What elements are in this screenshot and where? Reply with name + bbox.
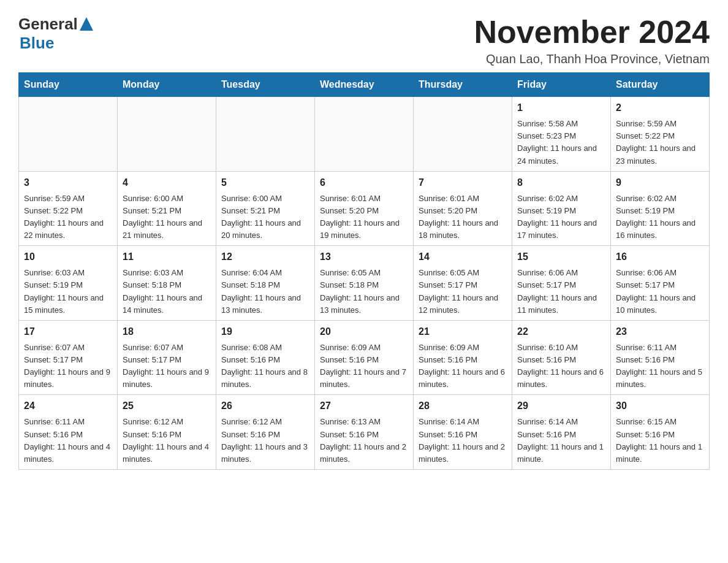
calendar-cell: 19Sunrise: 6:08 AMSunset: 5:16 PMDayligh… xyxy=(216,320,315,395)
logo-blue-text: Blue xyxy=(20,34,54,53)
logo: General Blue xyxy=(18,15,93,53)
weekday-header-wednesday: Wednesday xyxy=(315,73,414,97)
weekday-header-thursday: Thursday xyxy=(414,73,512,97)
day-number: 5 xyxy=(221,175,309,190)
day-number: 14 xyxy=(419,250,507,264)
day-info: Sunrise: 6:09 AMSunset: 5:16 PMDaylight:… xyxy=(320,343,406,389)
calendar-cell: 13Sunrise: 6:05 AMSunset: 5:18 PMDayligh… xyxy=(315,246,414,321)
weekday-header-sunday: Sunday xyxy=(19,73,118,97)
day-info: Sunrise: 5:59 AMSunset: 5:22 PMDaylight:… xyxy=(616,119,696,165)
day-number: 8 xyxy=(517,175,605,190)
calendar-cell: 7Sunrise: 6:01 AMSunset: 5:20 PMDaylight… xyxy=(414,171,512,246)
day-info: Sunrise: 6:07 AMSunset: 5:17 PMDaylight:… xyxy=(24,343,110,389)
calendar-header-row: SundayMondayTuesdayWednesdayThursdayFrid… xyxy=(19,73,710,97)
day-number: 22 xyxy=(517,324,605,339)
day-info: Sunrise: 6:06 AMSunset: 5:17 PMDaylight:… xyxy=(517,268,597,314)
day-number: 30 xyxy=(616,399,704,413)
day-number: 16 xyxy=(616,250,704,264)
calendar-cell: 24Sunrise: 6:11 AMSunset: 5:16 PMDayligh… xyxy=(19,395,118,470)
calendar-cell: 3Sunrise: 5:59 AMSunset: 5:22 PMDaylight… xyxy=(19,171,118,246)
calendar-cell: 20Sunrise: 6:09 AMSunset: 5:16 PMDayligh… xyxy=(315,320,414,395)
calendar-cell: 16Sunrise: 6:06 AMSunset: 5:17 PMDayligh… xyxy=(611,246,710,321)
day-info: Sunrise: 6:13 AMSunset: 5:16 PMDaylight:… xyxy=(320,417,406,463)
calendar-cell: 8Sunrise: 6:02 AMSunset: 5:19 PMDaylight… xyxy=(512,171,611,246)
calendar-week-2: 3Sunrise: 5:59 AMSunset: 5:22 PMDaylight… xyxy=(19,171,710,246)
day-number: 4 xyxy=(123,175,211,190)
day-info: Sunrise: 6:02 AMSunset: 5:19 PMDaylight:… xyxy=(616,194,696,240)
calendar-cell: 4Sunrise: 6:00 AMSunset: 5:21 PMDaylight… xyxy=(118,171,216,246)
day-info: Sunrise: 6:03 AMSunset: 5:18 PMDaylight:… xyxy=(123,268,202,314)
day-number: 9 xyxy=(616,175,704,190)
day-info: Sunrise: 5:59 AMSunset: 5:22 PMDaylight:… xyxy=(24,194,104,240)
day-number: 19 xyxy=(221,324,309,339)
calendar-week-4: 17Sunrise: 6:07 AMSunset: 5:17 PMDayligh… xyxy=(19,320,710,395)
day-info: Sunrise: 6:04 AMSunset: 5:18 PMDaylight:… xyxy=(221,268,301,314)
weekday-header-tuesday: Tuesday xyxy=(216,73,315,97)
calendar-cell: 12Sunrise: 6:04 AMSunset: 5:18 PMDayligh… xyxy=(216,246,315,321)
day-number: 23 xyxy=(616,324,704,339)
calendar-cell: 28Sunrise: 6:14 AMSunset: 5:16 PMDayligh… xyxy=(414,395,512,470)
location-subtitle: Quan Lao, Thanh Hoa Province, Vietnam xyxy=(474,52,710,66)
day-info: Sunrise: 6:08 AMSunset: 5:16 PMDaylight:… xyxy=(221,343,308,389)
day-number: 2 xyxy=(616,101,704,115)
weekday-header-monday: Monday xyxy=(118,73,216,97)
day-info: Sunrise: 6:02 AMSunset: 5:19 PMDaylight:… xyxy=(517,194,597,240)
day-info: Sunrise: 6:01 AMSunset: 5:20 PMDaylight:… xyxy=(320,194,400,240)
calendar-cell: 22Sunrise: 6:10 AMSunset: 5:16 PMDayligh… xyxy=(512,320,611,395)
day-number: 21 xyxy=(419,324,507,339)
day-info: Sunrise: 6:12 AMSunset: 5:16 PMDaylight:… xyxy=(123,417,209,463)
day-info: Sunrise: 6:14 AMSunset: 5:16 PMDaylight:… xyxy=(419,417,505,463)
day-info: Sunrise: 6:10 AMSunset: 5:16 PMDaylight:… xyxy=(517,343,604,389)
day-number: 24 xyxy=(24,399,112,413)
weekday-header-friday: Friday xyxy=(512,73,611,97)
day-info: Sunrise: 6:09 AMSunset: 5:16 PMDaylight:… xyxy=(419,343,505,389)
svg-marker-0 xyxy=(80,17,93,31)
day-info: Sunrise: 6:15 AMSunset: 5:16 PMDaylight:… xyxy=(616,417,702,463)
day-info: Sunrise: 6:00 AMSunset: 5:21 PMDaylight:… xyxy=(123,194,202,240)
day-number: 17 xyxy=(24,324,112,339)
title-block: November 2024 Quan Lao, Thanh Hoa Provin… xyxy=(474,15,710,66)
day-number: 11 xyxy=(123,250,211,264)
calendar-cell xyxy=(118,97,216,172)
day-number: 10 xyxy=(24,250,112,264)
day-number: 25 xyxy=(123,399,211,413)
calendar-cell: 14Sunrise: 6:05 AMSunset: 5:17 PMDayligh… xyxy=(414,246,512,321)
day-info: Sunrise: 6:11 AMSunset: 5:16 PMDaylight:… xyxy=(24,417,110,463)
calendar-cell: 10Sunrise: 6:03 AMSunset: 5:19 PMDayligh… xyxy=(19,246,118,321)
logo-general-text: General xyxy=(18,15,78,34)
calendar-cell: 26Sunrise: 6:12 AMSunset: 5:16 PMDayligh… xyxy=(216,395,315,470)
calendar-cell xyxy=(19,97,118,172)
day-info: Sunrise: 6:05 AMSunset: 5:18 PMDaylight:… xyxy=(320,268,400,314)
calendar-cell: 9Sunrise: 6:02 AMSunset: 5:19 PMDaylight… xyxy=(611,171,710,246)
calendar-cell: 29Sunrise: 6:14 AMSunset: 5:16 PMDayligh… xyxy=(512,395,611,470)
day-number: 18 xyxy=(123,324,211,339)
day-info: Sunrise: 6:11 AMSunset: 5:16 PMDaylight:… xyxy=(616,343,702,389)
day-info: Sunrise: 6:07 AMSunset: 5:17 PMDaylight:… xyxy=(123,343,209,389)
day-info: Sunrise: 6:12 AMSunset: 5:16 PMDaylight:… xyxy=(221,417,308,463)
logo-triangle-icon xyxy=(80,17,93,31)
day-info: Sunrise: 6:14 AMSunset: 5:16 PMDaylight:… xyxy=(517,417,604,463)
calendar-cell xyxy=(216,97,315,172)
calendar-cell: 6Sunrise: 6:01 AMSunset: 5:20 PMDaylight… xyxy=(315,171,414,246)
day-number: 1 xyxy=(517,101,605,115)
calendar-cell: 1Sunrise: 5:58 AMSunset: 5:23 PMDaylight… xyxy=(512,97,611,172)
calendar-cell: 25Sunrise: 6:12 AMSunset: 5:16 PMDayligh… xyxy=(118,395,216,470)
weekday-header-saturday: Saturday xyxy=(611,73,710,97)
calendar-cell: 15Sunrise: 6:06 AMSunset: 5:17 PMDayligh… xyxy=(512,246,611,321)
day-number: 3 xyxy=(24,175,112,190)
day-number: 12 xyxy=(221,250,309,264)
calendar-cell: 23Sunrise: 6:11 AMSunset: 5:16 PMDayligh… xyxy=(611,320,710,395)
day-number: 26 xyxy=(221,399,309,413)
calendar-cell: 30Sunrise: 6:15 AMSunset: 5:16 PMDayligh… xyxy=(611,395,710,470)
day-number: 28 xyxy=(419,399,507,413)
day-number: 7 xyxy=(419,175,507,190)
day-info: Sunrise: 6:06 AMSunset: 5:17 PMDaylight:… xyxy=(616,268,696,314)
calendar-cell xyxy=(315,97,414,172)
day-number: 6 xyxy=(320,175,408,190)
calendar-cell: 5Sunrise: 6:00 AMSunset: 5:21 PMDaylight… xyxy=(216,171,315,246)
page-header: General Blue November 2024 Quan Lao, Tha… xyxy=(18,15,710,66)
day-number: 13 xyxy=(320,250,408,264)
calendar-cell: 18Sunrise: 6:07 AMSunset: 5:17 PMDayligh… xyxy=(118,320,216,395)
day-info: Sunrise: 6:01 AMSunset: 5:20 PMDaylight:… xyxy=(419,194,498,240)
month-title: November 2024 xyxy=(474,15,710,50)
